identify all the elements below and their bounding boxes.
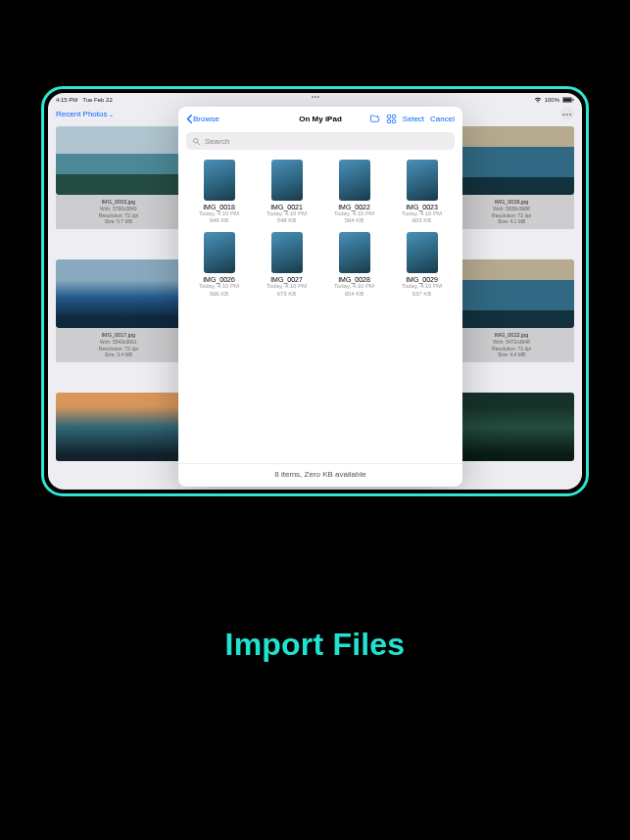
photo-thumb [56,393,181,461]
photo-info: IMG_0003.jpg Wxh: 5760x3840 Resolution: … [56,195,181,229]
photo-thumb [56,126,181,195]
status-date: Tue Feb 22 [82,97,112,103]
marketing-headline: Import Files [0,627,630,663]
file-thumb [271,160,303,201]
photo-info: IMG_0022.jpg Wxh: 5472x3648 Resolution: … [449,328,574,362]
svg-rect-2 [573,99,574,101]
photo-card[interactable]: IMG_0017.jpg Wxh: 5543x3691 Resolution: … [56,259,181,387]
search-placeholder: Search [205,137,229,146]
file-thumb [204,232,235,273]
picker-nav: Browse On My iPad Select Cancel [178,107,462,130]
file-item[interactable]: IMG_0026Today, 4:10 PM566 KB [188,232,250,297]
file-thumb [204,160,235,201]
file-grid: IMG_0018Today, 4:10 PM949 KB IMG_0021Tod… [188,160,453,298]
svg-line-9 [198,142,200,144]
recent-photos-dropdown[interactable]: Recent Photos ⌄ [56,110,114,118]
ipad-frame: 4:15 PM Tue Feb 22 100% Recent Photos ⌄ … [41,86,589,496]
wifi-icon [534,97,542,103]
chevron-down-icon: ⌄ [109,111,114,117]
picker-title: On My iPad [178,115,462,123]
photo-thumb [56,259,181,328]
svg-point-8 [194,138,199,143]
status-bar: 4:15 PM Tue Feb 22 100% [48,93,582,105]
file-item[interactable]: IMG_0029Today, 4:10 PM637 KB [391,232,453,297]
file-thumb [339,232,370,273]
file-picker-sheet: Browse On My iPad Select Cancel Search I… [178,107,462,487]
ipad-screen: 4:15 PM Tue Feb 22 100% Recent Photos ⌄ … [48,93,582,490]
search-icon [192,137,201,146]
picker-body: IMG_0018Today, 4:10 PM949 KB IMG_0021Tod… [178,156,462,463]
recent-photos-label: Recent Photos [56,110,107,118]
file-item[interactable]: IMG_0022Today, 4:10 PM564 KB [323,160,385,224]
photo-card[interactable]: IMG_0026.jpg Wxh: 5838x3688 Resolution: … [449,126,574,254]
battery-percent: 100% [545,97,559,103]
file-item[interactable]: IMG_0023Today, 4:10 PM603 KB [391,160,453,224]
file-item[interactable]: IMG_0027Today, 4:10 PM673 KB [256,232,317,297]
photo-card[interactable]: IMG_0003.jpg Wxh: 5760x3840 Resolution: … [56,126,181,254]
svg-rect-1 [563,98,572,102]
file-thumb [271,232,303,273]
photo-card[interactable] [56,393,181,486]
ellipsis-icon: ••• [562,110,572,118]
photo-info: IMG_0026.jpg Wxh: 5838x3688 Resolution: … [449,195,574,229]
photo-card[interactable]: IMG_0022.jpg Wxh: 5472x3648 Resolution: … [449,259,574,387]
more-button[interactable]: ••• [560,107,574,120]
file-thumb [339,160,370,201]
file-item[interactable]: IMG_0018Today, 4:10 PM949 KB [188,160,250,224]
search-field[interactable]: Search [186,132,455,150]
photo-thumb [449,126,574,195]
file-item[interactable]: IMG_0028Today, 4:10 PM654 KB [323,232,385,297]
status-time: 4:15 PM [56,97,77,103]
file-thumb [407,160,438,201]
file-item[interactable]: IMG_0021Today, 4:10 PM548 KB [256,160,317,224]
status-left: 4:15 PM Tue Feb 22 [56,97,113,103]
photo-info: IMG_0017.jpg Wxh: 5543x3691 Resolution: … [56,328,181,362]
battery-icon [562,97,574,103]
file-thumb [407,232,438,273]
picker-footer: 8 items, Zero KB available [178,463,462,487]
photo-thumb [449,393,574,461]
photo-card[interactable] [449,393,574,486]
photo-thumb [449,259,574,328]
multitask-grabber[interactable] [307,96,324,98]
status-right: 100% [534,97,574,103]
